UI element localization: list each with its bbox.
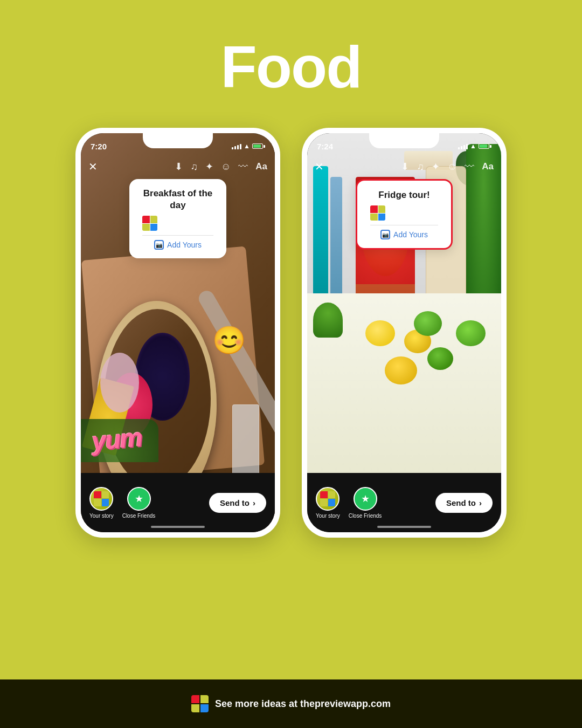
logo-q2 [200, 695, 209, 703]
logo-q1 [191, 695, 199, 703]
wave-icon-2[interactable]: 〰 [465, 161, 474, 173]
bottom-actions-2: Your story ★ Close Friends [316, 487, 382, 519]
home-indicator-1 [151, 526, 205, 528]
sticker-divider-2 [370, 225, 438, 225]
yum-text: yum [91, 422, 143, 456]
sticker-add-yours-1[interactable]: 📷 Add Yours [142, 240, 213, 250]
footer: See more ideas at thepreviewapp.com [0, 679, 582, 728]
lemon-2 [385, 356, 417, 384]
time-1: 7:20 [91, 142, 107, 151]
close-friends-icon-1: ★ [127, 487, 151, 511]
status-icons-2: ▲ [458, 142, 491, 150]
wifi-icon: ▲ [244, 142, 250, 150]
footer-text: See more ideas at thepreviewapp.com [215, 698, 391, 710]
music-icon[interactable]: ♫ [190, 161, 198, 173]
story-toolbar-2: ✕ ⬇ ♫ ✦ ☺ 〰 Aa [307, 155, 501, 178]
text-icon[interactable]: Aa [255, 161, 267, 172]
signal-bar-2-2 [461, 146, 462, 149]
close-friends-button-1[interactable]: ★ Close Friends [122, 487, 156, 519]
wifi-icon-2: ▲ [470, 142, 476, 150]
signal-bar-2-4 [466, 144, 468, 149]
add-yours-sticker-2: Fridge tour! 📷 Add Yours [356, 179, 453, 250]
notch [143, 133, 213, 148]
sticker-title-2: Fridge tour! [370, 189, 438, 201]
add-yours-sticker-1: Breakfast of the day 📷 Add Yours [129, 179, 226, 258]
lime-1 [414, 311, 442, 336]
signal-icon [232, 143, 241, 149]
close-friends-icon-2: ★ [354, 487, 377, 511]
close-icon[interactable]: ✕ [88, 160, 98, 173]
pink-yogurt [100, 353, 139, 413]
sticker-title-1: Breakfast of the day [142, 188, 213, 211]
download-icon-2[interactable]: ⬇ [401, 161, 409, 173]
your-story-label-2: Your story [316, 513, 340, 519]
close-friends-label-1: Close Friends [122, 513, 156, 519]
signal-bar-2 [234, 146, 236, 149]
status-icons-1: ▲ [232, 142, 265, 150]
camera-icon-2: 📷 [380, 230, 390, 239]
lime-2 [427, 347, 453, 370]
glass [232, 404, 259, 484]
signal-bar-2-3 [463, 145, 465, 149]
sticker-divider-1 [142, 235, 213, 236]
signal-bar-4 [240, 144, 241, 149]
toolbar-icons: ⬇ ♫ ✦ ☺ 〰 Aa [175, 161, 267, 173]
parsley [313, 303, 343, 338]
sticker-add-yours-2[interactable]: 📷 Add Yours [370, 230, 438, 239]
chevron-icon-2: › [479, 498, 482, 507]
your-story-icon-1 [89, 487, 113, 511]
notch-2 [369, 133, 439, 148]
close-friends-button-2[interactable]: ★ Close Friends [349, 487, 382, 519]
your-story-icon-2 [316, 487, 340, 511]
your-story-button-1[interactable]: Your story [89, 487, 114, 519]
home-indicator-2 [377, 526, 431, 528]
smiley-emoji: 😊 [212, 325, 246, 356]
phone-2: 7:24 ▲ [302, 128, 507, 538]
chevron-icon-1: › [253, 498, 255, 507]
bottom-bar-1: Your story ★ Close Friends Send to › [81, 473, 275, 532]
phone-1: 7:20 ▲ [75, 128, 280, 538]
sticker-emoji-2 [370, 205, 438, 221]
send-to-button-1[interactable]: Send to › [209, 493, 266, 513]
phones-container: 7:20 ▲ [0, 128, 582, 538]
battery-icon-2 [479, 143, 491, 149]
signal-bar-2-1 [458, 147, 460, 149]
wave-icon[interactable]: 〰 [238, 161, 248, 173]
signal-bar-3 [237, 145, 239, 149]
bottom-bar-2: Your story ★ Close Friends Send to › [307, 473, 501, 532]
sparkle-icon[interactable]: ✦ [205, 161, 213, 173]
story-toolbar-1: ✕ ⬇ ♫ ✦ ☺ 〰 Aa [81, 155, 275, 178]
time-2: 7:24 [317, 142, 333, 151]
signal-icon-2 [458, 143, 468, 149]
send-to-button-2[interactable]: Send to › [435, 493, 493, 513]
bottom-actions-1: Your story ★ Close Friends [89, 487, 155, 519]
close-icon-2[interactable]: ✕ [315, 160, 324, 173]
signal-bar-1 [232, 147, 233, 149]
page-title: Food [0, 0, 582, 101]
sparkle-icon-2[interactable]: ✦ [432, 161, 440, 173]
face-icon[interactable]: ☺ [221, 161, 231, 173]
toolbar-icons-2: ⬇ ♫ ✦ ☺ 〰 Aa [401, 161, 494, 173]
logo-q3 [191, 704, 199, 712]
battery-icon [252, 143, 265, 149]
download-icon[interactable]: ⬇ [175, 161, 183, 173]
lime-3 [456, 320, 486, 346]
face-icon-2[interactable]: ☺ [447, 161, 457, 173]
footer-logo [191, 695, 209, 712]
phone-2-screen: 7:24 ▲ [307, 133, 501, 532]
fridge-bottom [307, 293, 501, 473]
logo-q4 [200, 704, 209, 712]
phone-1-screen: 7:20 ▲ [81, 133, 275, 532]
text-icon-2[interactable]: Aa [482, 161, 494, 172]
camera-icon-1: 📷 [154, 240, 164, 250]
lemon-1 [365, 320, 395, 346]
close-friends-label-2: Close Friends [349, 513, 382, 519]
your-story-button-2[interactable]: Your story [316, 487, 340, 519]
sticker-emoji-1 [142, 216, 213, 231]
music-icon-2[interactable]: ♫ [417, 161, 424, 173]
your-story-label-1: Your story [89, 513, 114, 519]
